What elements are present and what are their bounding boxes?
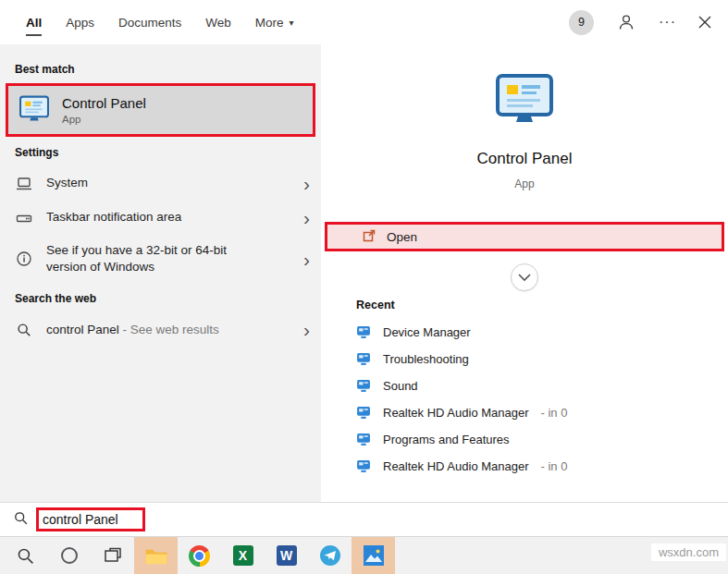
telegram-icon[interactable] xyxy=(308,537,352,574)
task-view-icon[interactable] xyxy=(91,537,134,574)
chevron-right-icon: › xyxy=(303,208,310,227)
best-match-item[interactable]: Control Panel App xyxy=(6,83,315,137)
app-icon xyxy=(356,325,371,339)
search-body: Best match Control Panel App Settings Sy… xyxy=(0,44,728,502)
recent-item-label: Realtek HD Audio Manager xyxy=(383,459,529,473)
search-icon xyxy=(15,321,33,339)
control-panel-large-icon xyxy=(496,74,553,128)
web-search-label: control Panel - See web results xyxy=(46,322,219,338)
settings-header: Settings xyxy=(15,146,306,159)
search-input[interactable] xyxy=(43,512,135,527)
recent-item-label: Sound xyxy=(383,379,418,393)
app-icon xyxy=(356,352,371,366)
app-icon xyxy=(356,433,371,446)
close-icon[interactable] xyxy=(698,16,711,29)
watermark: wsxdn.com xyxy=(651,543,726,561)
best-match-text: Control Panel App xyxy=(62,95,146,125)
recent-item-realtek-2[interactable]: Realtek HD Audio Manager - in 0 xyxy=(356,453,728,480)
settings-item-label: See if you have a 32-bit or 64-bit versi… xyxy=(46,242,266,275)
settings-item-system[interactable]: System › xyxy=(0,166,321,201)
recent-item-device-manager[interactable]: Device Manager xyxy=(356,319,728,346)
recent-item-sound[interactable]: Sound xyxy=(356,372,728,399)
recent-item-suffix: - in 0 xyxy=(541,406,568,420)
windows-search-flyout: All Apps Documents Web More ▾ 9 ··· Best… xyxy=(0,0,728,574)
excel-icon[interactable]: X xyxy=(221,537,265,574)
web-search-query: control Panel xyxy=(46,323,119,336)
options-ellipsis-icon[interactable]: ··· xyxy=(659,14,676,31)
settings-item-label: Taskbar notification area xyxy=(46,209,181,226)
search-icon xyxy=(13,510,29,530)
dropdown-arrow-icon: ▾ xyxy=(290,18,294,28)
search-annotation-box xyxy=(36,507,145,531)
system-icon xyxy=(15,175,33,193)
chevron-right-icon: › xyxy=(303,250,310,269)
tab-all[interactable]: All xyxy=(26,0,42,44)
taskbar: X W xyxy=(0,536,728,574)
tab-apps[interactable]: Apps xyxy=(66,0,94,44)
recent-header: Recent xyxy=(356,299,728,311)
photos-icon[interactable] xyxy=(352,537,395,574)
preview-hero: Control Panel App xyxy=(321,44,728,190)
preview-panel: Control Panel App Open Recent Device Man… xyxy=(321,44,728,502)
taskbar-settings-icon xyxy=(15,209,33,227)
recent-section: Recent Device Manager Troubleshooting So… xyxy=(321,299,728,480)
recent-item-troubleshooting[interactable]: Troubleshooting xyxy=(356,346,728,372)
open-label: Open xyxy=(387,230,417,244)
recent-item-programs-features[interactable]: Programs and Features xyxy=(356,426,728,453)
tab-web[interactable]: Web xyxy=(205,0,231,44)
search-bar xyxy=(0,502,728,536)
app-icon xyxy=(356,459,371,473)
settings-item-taskbar-notification[interactable]: Taskbar notification area › xyxy=(0,201,321,235)
file-explorer-icon[interactable] xyxy=(134,537,178,574)
search-results-panel: Best match Control Panel App Settings Sy… xyxy=(0,44,321,502)
control-panel-icon xyxy=(19,95,49,126)
search-web-header: Search the web xyxy=(15,292,306,305)
tabs: All Apps Documents Web More ▾ xyxy=(26,0,294,44)
open-action[interactable]: Open xyxy=(325,222,724,251)
chrome-icon[interactable] xyxy=(178,537,221,574)
word-icon[interactable]: W xyxy=(265,537,308,574)
expand-actions-button[interactable] xyxy=(511,263,538,291)
chevron-right-icon: › xyxy=(303,174,310,193)
taskbar-search-button[interactable] xyxy=(4,537,47,574)
recent-item-suffix: - in 0 xyxy=(541,459,568,473)
preview-subtitle: App xyxy=(514,177,534,190)
best-match-header: Best match xyxy=(15,63,306,76)
preview-title: Control Panel xyxy=(476,150,572,168)
account-icon[interactable] xyxy=(616,12,636,32)
tab-more[interactable]: More ▾ xyxy=(255,0,294,44)
best-match-subtitle: App xyxy=(62,114,146,125)
chevron-right-icon: › xyxy=(303,320,310,339)
search-tab-bar: All Apps Documents Web More ▾ 9 ··· xyxy=(0,0,728,44)
recent-item-realtek-1[interactable]: Realtek HD Audio Manager - in 0 xyxy=(356,399,728,426)
tab-bar-actions: 9 ··· xyxy=(569,10,711,35)
settings-item-32bit-64bit[interactable]: See if you have a 32-bit or 64-bit versi… xyxy=(0,235,321,283)
app-icon xyxy=(356,379,371,393)
recent-item-label: Troubleshooting xyxy=(383,352,469,366)
settings-item-label: System xyxy=(46,175,88,191)
recent-item-label: Device Manager xyxy=(383,325,471,339)
open-icon xyxy=(363,229,376,245)
info-icon xyxy=(15,250,33,268)
app-icon xyxy=(356,406,371,420)
recent-item-label: Programs and Features xyxy=(383,433,510,446)
tab-documents[interactable]: Documents xyxy=(118,0,181,44)
cortana-icon[interactable] xyxy=(47,537,91,574)
recent-item-label: Realtek HD Audio Manager xyxy=(383,406,529,420)
web-search-item[interactable]: control Panel - See web results › xyxy=(0,312,321,347)
best-match-title: Control Panel xyxy=(62,95,146,111)
notification-badge[interactable]: 9 xyxy=(569,10,594,35)
tab-more-label: More xyxy=(255,16,284,30)
web-search-suffix: - See web results xyxy=(119,323,219,336)
